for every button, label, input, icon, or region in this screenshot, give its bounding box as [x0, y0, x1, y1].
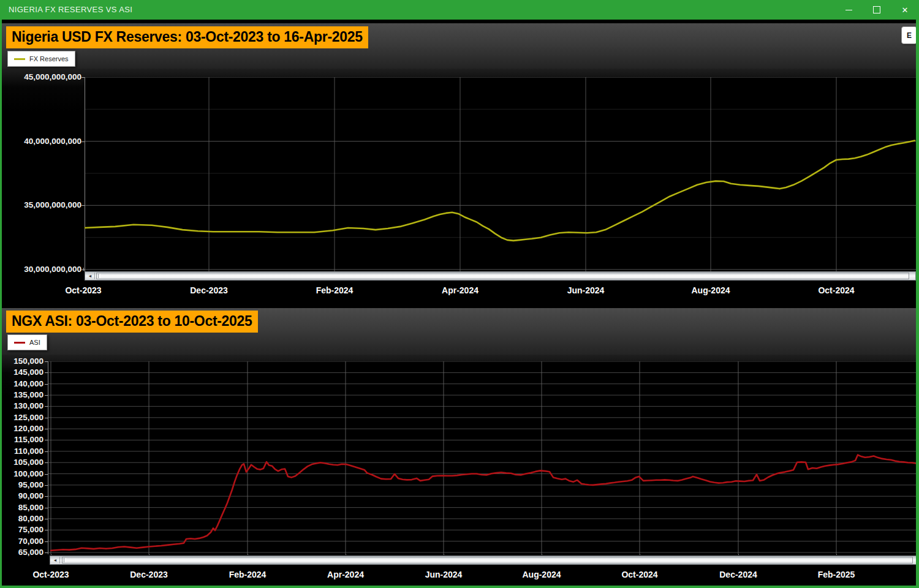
asi-chart-area: 150,000145,000140,000135,000130,000125,0… — [2, 355, 916, 586]
asi-chart-header: NGX ASI: 03-Oct-2023 to 10-Oct-2025 ASI — [2, 308, 916, 355]
x-tick-label: Feb-2024 — [316, 285, 354, 295]
minimize-icon — [845, 10, 852, 10]
y-tick-label: 80,000 — [18, 514, 43, 523]
close-icon: ✕ — [902, 6, 909, 14]
fx-chart-area: 45,000,000,00040,000,000,00035,000,000,0… — [2, 69, 916, 308]
y-tick-label: 90,000 — [18, 491, 43, 500]
y-tick-label: 75,000 — [18, 525, 43, 534]
plot-background — [85, 77, 916, 271]
y-tick-label: 140,000 — [13, 379, 43, 388]
x-tick-label: Jun-2024 — [567, 285, 605, 295]
export-button[interactable]: E — [901, 26, 916, 44]
x-axis-tick — [83, 268, 84, 271]
minimize-button[interactable] — [834, 0, 863, 20]
y-tick-label: 110,000 — [14, 447, 43, 456]
x-tick-label: Apr-2024 — [327, 570, 364, 579]
y-tick-label: 150,000 — [13, 356, 43, 366]
y-tick-label: 30,000,000,000 — [24, 265, 81, 274]
scrollbar-left-arrow[interactable]: ◄ — [51, 557, 60, 564]
maximize-button[interactable] — [863, 0, 891, 20]
y-tick-label: 95,000 — [18, 480, 43, 489]
asi-legend[interactable]: ASI — [7, 334, 47, 350]
asi-plot — [48, 361, 916, 554]
window-content: Nigeria USD FX Reserves: 03-Oct-2023 to … — [2, 20, 916, 586]
x-tick-label: Apr-2024 — [442, 285, 478, 295]
x-tick-label: Oct-2023 — [65, 285, 101, 295]
fx-h-scrollbar[interactable]: ◄ — [85, 271, 916, 281]
x-tick-label: Dec-2023 — [130, 570, 168, 579]
asi-legend-label: ASI — [29, 339, 40, 346]
y-tick-label: 40,000,000,000 — [24, 137, 81, 146]
y-tick-label: 45,000,000,000 — [24, 72, 81, 81]
scrollbar-thumb[interactable] — [96, 273, 909, 279]
window-title: NIGERIA FX RESERVES VS ASI — [9, 5, 132, 14]
x-tick-label: Dec-2023 — [190, 285, 228, 295]
y-tick-label: 115,000 — [14, 435, 43, 444]
y-tick-label: 35,000,000,000 — [24, 200, 81, 209]
asi-legend-line-swatch — [14, 342, 25, 344]
scrollbar-thumb[interactable] — [62, 557, 913, 564]
y-tick-label: 85,000 — [18, 503, 43, 512]
y-tick-label: 130,000 — [13, 401, 43, 410]
title-bar: NIGERIA FX RESERVES VS ASI ✕ — [0, 0, 919, 20]
y-tick-label: 125,000 — [13, 413, 43, 422]
y-tick-label: 65,000 — [18, 548, 43, 557]
fx-legend-line-swatch — [14, 58, 25, 60]
plot-background — [48, 361, 916, 554]
x-tick-label: Aug-2024 — [691, 285, 730, 295]
x-tick-label: Oct-2024 — [621, 570, 657, 579]
y-tick-label: 105,000 — [13, 458, 43, 467]
x-tick-label: Oct-2023 — [32, 570, 69, 579]
y-tick-label: 100,000 — [13, 469, 43, 478]
fx-plot — [85, 77, 916, 271]
fx-chart-header: Nigeria USD FX Reserves: 03-Oct-2023 to … — [2, 23, 916, 69]
maximize-icon — [873, 6, 880, 13]
y-tick-label: 145,000 — [13, 368, 43, 377]
asi-h-scrollbar[interactable]: ◄ — [50, 556, 916, 565]
x-tick-label: Feb-2024 — [229, 570, 267, 579]
fx-chart-title: Nigeria USD FX Reserves: 03-Oct-2023 to … — [6, 26, 368, 48]
x-tick-label: Dec-2024 — [719, 570, 757, 579]
y-tick-label: 70,000 — [18, 537, 43, 546]
asi-chart-title: NGX ASI: 03-Oct-2023 to 10-Oct-2025 — [6, 311, 258, 333]
y-tick-label: 120,000 — [13, 424, 43, 433]
x-tick-label: Oct-2024 — [818, 285, 854, 295]
fx-legend[interactable]: FX Reserves — [7, 51, 75, 67]
x-tick-label: Aug-2024 — [522, 570, 561, 579]
fx-legend-label: FX Reserves — [29, 55, 69, 62]
app-window: NIGERIA FX RESERVES VS ASI ✕ Nigeria USD… — [0, 0, 919, 588]
x-tick-label: Jun-2024 — [425, 570, 463, 579]
scrollbar-left-arrow[interactable]: ◄ — [86, 273, 95, 279]
close-button[interactable]: ✕ — [891, 0, 919, 20]
x-tick-label: Feb-2025 — [818, 570, 855, 579]
y-tick-label: 135,000 — [13, 390, 43, 399]
